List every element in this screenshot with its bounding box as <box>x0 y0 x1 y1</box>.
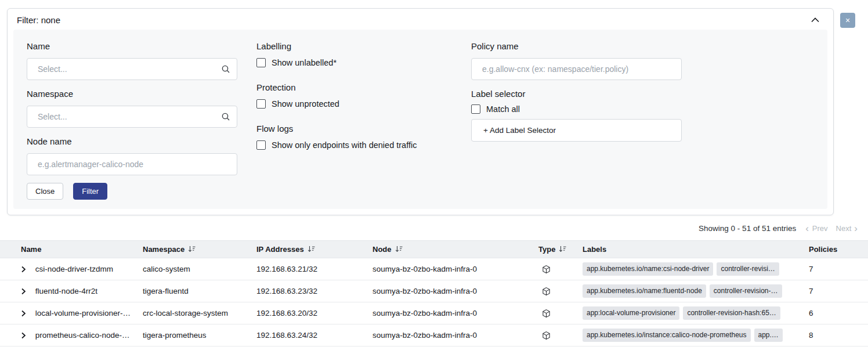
close-icon: × <box>845 16 850 24</box>
denied-traffic-checkbox[interactable]: Show only endpoints with denied traffic <box>256 140 450 150</box>
filter-title: Filter: none <box>17 15 60 25</box>
filter-panel: Filter: none Name <box>7 8 834 215</box>
prev-page-link[interactable]: Prev <box>812 224 828 233</box>
entries-summary: Showing 0 - 51 of 51 entries <box>699 224 796 233</box>
checkbox[interactable] <box>256 58 266 67</box>
namespace-field-label: Namespace <box>27 88 237 100</box>
endpoint-policies: 7 <box>804 280 868 302</box>
label-selector-section-label: Label selector <box>471 88 682 100</box>
checkbox[interactable] <box>471 104 480 114</box>
policy-name-input[interactable] <box>471 58 682 80</box>
prev-chevron-icon: ‹ <box>805 223 809 233</box>
label-tag: app.kubernetes.io/instance:calico-node-p… <box>583 329 751 341</box>
label-tag: app.… <box>754 329 783 341</box>
label-tag: controller-revisi… <box>717 262 779 275</box>
pod-icon <box>542 331 551 340</box>
endpoint-namespace: crc-local-storage-system <box>138 302 252 324</box>
endpoint-ip: 192.168.63.23/32 <box>252 280 368 302</box>
checkbox-label: Show unprotected <box>272 99 339 109</box>
sort-icon[interactable] <box>308 246 315 254</box>
endpoint-ip: 192.168.63.21/32 <box>252 258 368 280</box>
sort-icon[interactable] <box>188 246 196 254</box>
pod-icon <box>542 287 551 296</box>
endpoint-namespace: calico-system <box>138 258 252 280</box>
policy-name-field <box>471 58 682 80</box>
column-header-policies: Policies <box>804 241 868 258</box>
checkbox-label: Show only endpoints with denied traffic <box>272 140 417 150</box>
endpoint-ip: 192.168.63.20/32 <box>252 302 368 324</box>
match-all-checkbox[interactable]: Match all <box>471 104 682 114</box>
pod-icon <box>542 309 551 318</box>
flow-logs-section-label: Flow logs <box>256 122 450 135</box>
filter-form: Name Namespace <box>13 30 827 209</box>
checkbox-label: Show unlabelled* <box>272 58 337 67</box>
column-header-name: Name <box>0 241 138 258</box>
search-icon <box>221 112 230 121</box>
pod-icon <box>542 265 551 274</box>
endpoint-ip: 192.168.63.24/32 <box>252 324 368 347</box>
table-row[interactable]: fluentd-node-4rr2t tigera-fluentd 192.16… <box>0 280 868 302</box>
table-row[interactable]: csi-node-driver-tzdmm calico-system 192.… <box>0 258 868 280</box>
checkbox[interactable] <box>256 140 266 150</box>
expand-row-icon[interactable] <box>21 266 28 273</box>
filter-actions: Close Filter <box>27 183 237 200</box>
name-field-label: Name <box>27 40 237 53</box>
labelling-section-label: Labelling <box>256 40 450 53</box>
endpoint-name: csi-node-driver-tzdmm <box>35 265 113 273</box>
add-label-selector-button[interactable]: + Add Label Selector <box>471 119 682 142</box>
endpoint-policies: 6 <box>804 302 868 324</box>
table-row[interactable]: local-volume-provisioner-… crc-local-sto… <box>0 302 868 324</box>
endpoint-node: soumya-bz-0zbo-kadm-infra-0 <box>368 280 534 302</box>
expand-row-icon[interactable] <box>21 310 28 317</box>
node-name-input[interactable] <box>27 153 237 175</box>
show-unprotected-checkbox[interactable]: Show unprotected <box>256 99 450 109</box>
checkbox[interactable] <box>256 99 266 109</box>
label-tag: app.kubernetes.io/name:fluentd-node <box>583 284 706 297</box>
expand-row-icon[interactable] <box>21 288 28 295</box>
endpoint-name: local-volume-provisioner-… <box>35 309 131 317</box>
endpoints-page: Filter: none Name <box>0 0 868 347</box>
namespace-select-input[interactable] <box>27 106 237 128</box>
filter-button[interactable]: Filter <box>73 183 107 200</box>
endpoint-node: soumya-bz-0zbo-kadm-infra-0 <box>368 324 534 347</box>
collapse-filter-icon[interactable] <box>810 16 820 24</box>
sort-icon[interactable] <box>559 246 566 254</box>
endpoint-namespace: tigera-fluentd <box>138 280 252 302</box>
table-row[interactable]: prometheus-calico-node-… tigera-promethe… <box>0 324 868 347</box>
column-header-type[interactable]: Type <box>534 241 578 258</box>
column-header-labels: Labels <box>578 241 804 258</box>
label-tag: controller-revision-… <box>710 284 782 297</box>
next-page-link[interactable]: Next <box>836 224 852 233</box>
endpoint-policies: 7 <box>804 258 868 280</box>
search-icon <box>221 64 230 74</box>
checkbox-label: Match all <box>486 104 520 114</box>
label-tag: app.kubernetes.io/name:csi-node-driver <box>583 262 713 275</box>
policy-name-field-label: Policy name <box>471 40 682 53</box>
next-chevron-icon: › <box>854 223 858 233</box>
label-tag: app:local-volume-provisioner <box>583 306 679 319</box>
sort-icon[interactable] <box>395 246 403 254</box>
endpoint-node: soumya-bz-0zbo-kadm-infra-0 <box>368 258 534 280</box>
endpoint-namespace: tigera-prometheus <box>138 324 252 347</box>
show-unlabelled-checkbox[interactable]: Show unlabelled* <box>256 58 450 67</box>
namespace-select <box>27 106 237 128</box>
endpoint-node: soumya-bz-0zbo-kadm-infra-0 <box>368 302 534 324</box>
column-header-ip-addresses[interactable]: IP Addresses <box>252 241 368 258</box>
column-header-namespace[interactable]: Namespace <box>138 241 252 258</box>
dismiss-filter-button[interactable]: × <box>840 13 855 28</box>
close-button[interactable]: Close <box>27 183 63 200</box>
name-select <box>27 58 237 80</box>
name-select-input[interactable] <box>27 58 237 80</box>
filter-column-middle: Labelling Show unlabelled* Protection Sh… <box>256 40 450 164</box>
protection-section-label: Protection <box>256 81 450 94</box>
node-name-field-label: Node name <box>27 135 237 148</box>
node-name-field <box>27 153 237 175</box>
filter-area: Filter: none Name <box>0 0 868 215</box>
label-tag: controller-revision-hash:65… <box>683 306 780 319</box>
endpoint-name: fluentd-node-4rr2t <box>35 287 97 295</box>
filter-panel-header: Filter: none <box>8 9 833 30</box>
filter-column-left: Name Namespace <box>27 40 237 200</box>
table-header-row: Name Namespace IP Addresses Node Type La… <box>0 241 868 258</box>
column-header-node[interactable]: Node <box>368 241 534 258</box>
expand-row-icon[interactable] <box>21 332 28 339</box>
